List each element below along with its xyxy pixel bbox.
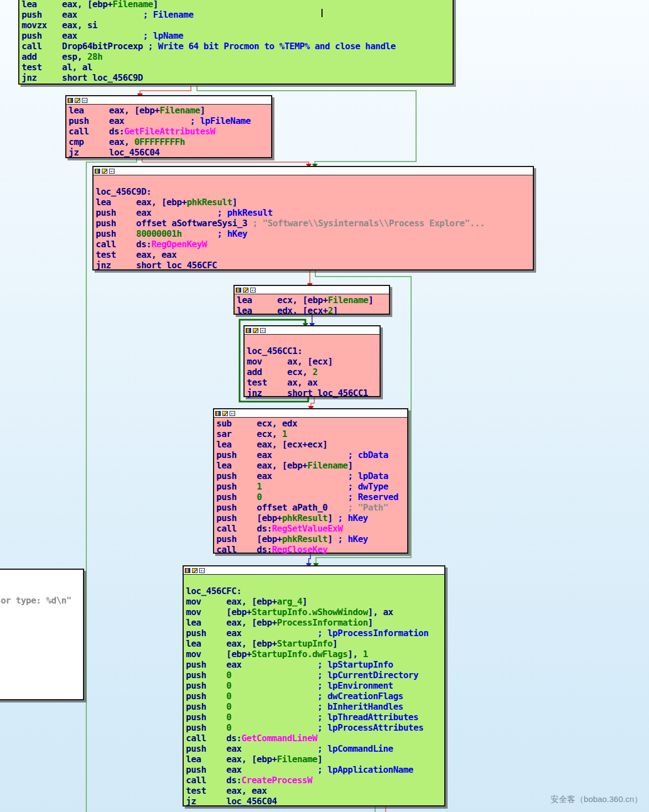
code-line[interactable]: lea eax, [ebp+ProcessInformation] — [186, 617, 442, 628]
code-line[interactable]: lea eax, [ebp+Filename] — [22, 0, 450, 9]
node-group-icon[interactable] — [260, 328, 266, 333]
code-line[interactable]: push 80000001h ; hKey — [96, 228, 531, 239]
basic-block-partial-processor-type[interactable]: sor type: %d\n" — [0, 569, 84, 700]
code-line[interactable]: lea edx, [ecx+2] — [237, 305, 387, 316]
code-line[interactable]: jz loc_456C04 — [186, 796, 442, 806]
code-line[interactable]: push 0 ; lpProcessAttributes — [186, 722, 442, 733]
code-line[interactable]: call ds:RegOpenKeyW — [96, 239, 531, 249]
code-line[interactable]: push 0 ; dwCreationFlags — [186, 691, 442, 701]
code-line[interactable]: push 1 ; dwType — [216, 481, 405, 492]
code-line[interactable]: push 0 ; lpEnvironment — [186, 680, 442, 691]
node-group-icon[interactable] — [199, 568, 205, 573]
code-line[interactable]: test al, al — [22, 62, 450, 72]
code-line[interactable]: lea eax, [ebp+StartupInfo] — [186, 638, 442, 649]
code-line[interactable]: push eax ; lpName — [22, 30, 450, 41]
code-line[interactable]: loc_456CC1: — [247, 346, 377, 356]
code-line[interactable]: movzx eax, si — [22, 20, 450, 30]
node-edit-icon[interactable] — [75, 98, 80, 103]
code-line[interactable]: push eax ; lpApplicationName — [186, 764, 442, 775]
node-group-icon[interactable] — [230, 411, 235, 416]
code-line[interactable]: jnz short loc_456C9D — [22, 72, 450, 83]
code-line[interactable]: push eax ; phkResult — [96, 207, 531, 218]
code-line[interactable]: push eax ; lpFileName — [69, 116, 269, 126]
node-color-icon[interactable] — [185, 568, 190, 573]
basic-block-lea-filename-ptr[interactable]: lea ecx, [ebp+Filename]lea edx, [ecx+2] — [233, 285, 390, 315]
code-line[interactable]: call ds:CreateProcessW — [186, 775, 442, 785]
code-line[interactable]: push eax ; lpStartupInfo — [186, 659, 442, 670]
code-line[interactable]: cmp eax, 0FFFFFFFFh — [69, 137, 269, 147]
node-color-icon[interactable] — [215, 411, 221, 416]
code-line[interactable]: mov [ebp+StartupInfo.wShowWindow], ax — [186, 607, 442, 617]
code-line[interactable]: jnz short loc_456CC1 — [247, 388, 377, 398]
basic-block-loc_456CC1-strlen-loop[interactable]: loc_456CC1:mov ax, [ecx]add ecx, 2test a… — [243, 325, 381, 397]
code-line[interactable]: lea eax, [ebp+phkResult] — [96, 197, 531, 207]
code-line[interactable]: call ds:RegCloseKey — [216, 544, 405, 555]
code-line[interactable]: push offset aSoftwareSysi_3 ; "Software\… — [96, 218, 531, 228]
node-group-icon[interactable] — [109, 169, 115, 174]
node-titlebar[interactable] — [245, 326, 380, 335]
code-line[interactable]: lea ecx, [ebp+Filename] — [237, 295, 387, 305]
code-line[interactable]: loc_456C9D: — [96, 186, 531, 197]
code-line[interactable]: push 0 ; bInheritHandles — [186, 701, 442, 712]
code-segment: CreateProcessW — [241, 775, 312, 785]
code-line[interactable]: sub ecx, edx — [216, 418, 405, 429]
node-titlebar[interactable] — [235, 286, 389, 294]
basic-block-regsetvalue[interactable]: sub ecx, edxsar ecx, 1lea eax, [ecx+ecx]… — [213, 408, 408, 554]
code-line[interactable]: call ds:GetFileAttributesW — [69, 126, 269, 137]
code-line[interactable]: call Drop64bitProcexp ; Write 64 bit Pro… — [22, 41, 450, 51]
basic-block-getfileattributes[interactable]: lea eax, [ebp+Filename]push eax ; lpFile… — [65, 95, 272, 158]
code-segment — [231, 691, 317, 701]
code-line[interactable]: lea eax, [ebp+Filename] — [69, 105, 269, 116]
code-line[interactable] — [247, 335, 377, 346]
code-line[interactable]: push 0 ; lpCurrentDirectory — [186, 670, 442, 680]
node-edit-icon[interactable] — [222, 411, 228, 416]
code-line[interactable]: lea eax, [ebp+Filename] — [186, 754, 442, 764]
basic-block-drop64bit-entry[interactable]: lea eax, [ebp+Filename]push eax ; Filena… — [18, 0, 454, 85]
code-line[interactable]: test eax, eax — [96, 249, 531, 260]
code-line[interactable]: jnz short loc_456CFC — [96, 260, 531, 270]
code-line[interactable]: mov [ebp+StartupInfo.dwFlags], 1 — [186, 649, 442, 659]
node-edit-icon[interactable] — [192, 568, 198, 573]
code-line[interactable]: push eax ; Filename — [22, 9, 450, 20]
code-line[interactable]: call ds:RegSetValueExW — [216, 523, 405, 534]
code-line[interactable]: call ds:GetCommandLineW — [186, 733, 442, 743]
code-line[interactable] — [96, 176, 531, 186]
node-edit-icon[interactable] — [102, 169, 107, 174]
code-line[interactable]: test eax, eax — [186, 785, 442, 796]
code-line[interactable]: add ecx, 2 — [247, 367, 377, 377]
code-line[interactable]: jz loc_456C04 — [69, 147, 269, 158]
code-line[interactable]: lea eax, [ecx+ecx] — [216, 439, 405, 450]
node-edit-icon[interactable] — [243, 288, 248, 293]
code-line[interactable]: push eax ; lpProcessInformation — [186, 628, 442, 638]
code-line[interactable]: mov ax, [ecx] — [247, 356, 377, 367]
node-titlebar[interactable] — [184, 566, 444, 575]
code-line[interactable]: push eax ; lpCommandLine — [186, 743, 442, 754]
code-line[interactable]: sar ecx, 1 — [216, 429, 405, 439]
code-line[interactable]: push offset aPath_0 ; "Path" — [216, 502, 405, 513]
code-line[interactable]: lea eax, [ebp+Filename] — [216, 460, 405, 471]
node-titlebar[interactable] — [214, 409, 407, 418]
node-color-icon[interactable] — [68, 98, 73, 103]
node-color-icon[interactable] — [95, 169, 100, 174]
code-line[interactable]: add esp, 28h — [22, 51, 450, 62]
node-color-icon[interactable] — [236, 288, 241, 293]
node-color-icon[interactable] — [246, 328, 251, 333]
node-group-icon[interactable] — [250, 288, 256, 293]
code-line[interactable] — [186, 575, 442, 586]
node-titlebar[interactable] — [94, 167, 533, 175]
code-line[interactable]: loc_456CFC: — [186, 586, 442, 596]
code-line[interactable]: sor type: %d\n" — [0, 595, 81, 606]
node-group-icon[interactable] — [82, 98, 87, 103]
code-line[interactable]: push 0 ; lpThreadAttributes — [186, 712, 442, 722]
code-line[interactable]: push eax ; cbData — [216, 450, 405, 460]
code-line[interactable]: mov eax, [ebp+arg_4] — [186, 596, 442, 607]
code-line[interactable]: push [ebp+phkResult] ; hKey — [216, 534, 405, 544]
basic-block-loc_456CFC-createprocess[interactable]: loc_456CFC:mov eax, [ebp+arg_4]mov [ebp+… — [183, 565, 445, 806]
code-line[interactable]: push eax ; lpData — [216, 471, 405, 481]
basic-block-loc_456C9D-regopenkey[interactable]: loc_456C9D:lea eax, [ebp+phkResult]push … — [92, 166, 534, 270]
node-titlebar[interactable] — [66, 96, 271, 105]
code-line[interactable]: push 0 ; Reserved — [216, 492, 405, 502]
code-line[interactable]: push [ebp+phkResult] ; hKey — [216, 513, 405, 523]
code-line[interactable]: test ax, ax — [247, 377, 377, 388]
node-edit-icon[interactable] — [253, 328, 258, 333]
